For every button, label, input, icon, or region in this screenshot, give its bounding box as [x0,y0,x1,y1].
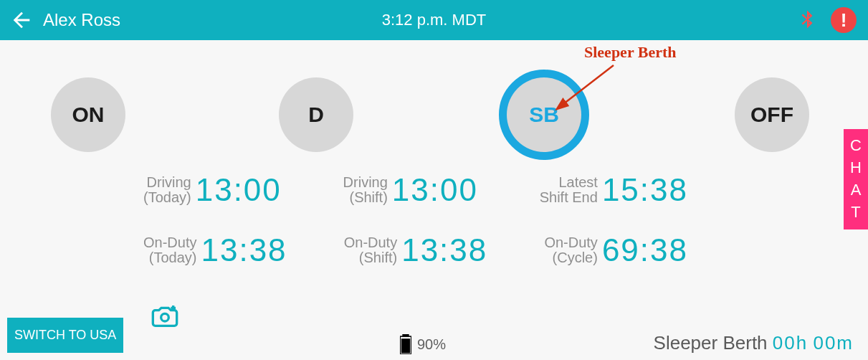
bluetooth-status-icon[interactable] [796,7,818,34]
metric-latest-shift-end: Latest Shift End 15:38 [540,172,688,208]
annotation-arrow-icon [552,61,624,118]
status-d-wrap: D [271,70,361,160]
svg-point-1 [161,313,169,321]
battery-status: 90% [400,334,446,354]
chat-tab[interactable]: C H A T [844,129,868,229]
summary-hours: 00h [773,332,808,354]
metrics-row-1: Driving (Today) 13:00 Driving (Shift) 13… [143,172,688,208]
metrics-grid: Driving (Today) 13:00 Driving (Shift) 13… [143,172,688,293]
metric-label: Latest Shift End [540,175,598,205]
metric-value: 69:38 [602,232,688,268]
svg-line-0 [563,65,614,104]
chat-letter: H [850,157,862,179]
switch-country-button[interactable]: SWITCH TO USA [7,318,123,353]
status-d-button[interactable]: D [279,77,353,152]
status-summary: Sleeper Berth 00h 00m [654,332,854,354]
bluetooth-icon [796,7,818,32]
metric-label: Driving (Shift) [343,175,388,205]
metric-value: 13:00 [196,172,282,208]
camera-plus-icon [151,304,179,328]
add-photo-button[interactable] [151,304,179,331]
summary-minutes: 00m [813,332,854,354]
alert-badge[interactable]: ! [831,7,857,33]
metric-onduty-shift: On-Duty (Shift) 13:38 [344,232,488,268]
metric-label: On-Duty (Shift) [344,235,397,265]
status-row: ON D SB OFF [43,72,817,158]
status-off-button[interactable]: OFF [735,77,809,152]
metric-value: 15:38 [602,172,688,208]
chat-letter: A [851,179,862,202]
status-on-button[interactable]: ON [51,77,125,152]
chat-letter: T [851,202,860,224]
metric-label: On-Duty (Cycle) [544,235,597,265]
metric-label: On-Duty (Today) [143,235,196,265]
metric-driving-today: Driving (Today) 13:00 [143,172,282,208]
app-header: Alex Ross 3:12 p.m. MDT ! [0,0,868,40]
metric-onduty-cycle: On-Duty (Cycle) 69:38 [544,232,688,268]
chat-letter: C [850,135,862,157]
driver-name: Alex Ross [43,10,120,30]
annotation-label: Sleeper Berth [584,43,677,62]
battery-icon [400,334,411,354]
status-on-wrap: ON [43,70,133,160]
app-root: Alex Ross 3:12 p.m. MDT ! ON D SB OFF Sl… [0,0,868,360]
metric-driving-shift: Driving (Shift) 13:00 [343,172,478,208]
status-off-wrap: OFF [727,70,817,160]
svg-rect-4 [401,338,410,353]
exclamation-icon: ! [841,9,847,32]
clock-display: 3:12 p.m. MDT [382,11,486,29]
metric-onduty-today: On-Duty (Today) 13:38 [143,232,287,268]
metric-label: Driving (Today) [143,175,191,205]
arrow-left-icon [9,8,34,32]
metric-value: 13:00 [392,172,478,208]
summary-label: Sleeper Berth [654,332,768,354]
metric-value: 13:38 [201,232,287,268]
metric-value: 13:38 [401,232,487,268]
back-button[interactable] [0,0,43,40]
battery-percent: 90% [417,336,446,353]
metrics-row-2: On-Duty (Today) 13:38 On-Duty (Shift) 13… [143,232,688,268]
